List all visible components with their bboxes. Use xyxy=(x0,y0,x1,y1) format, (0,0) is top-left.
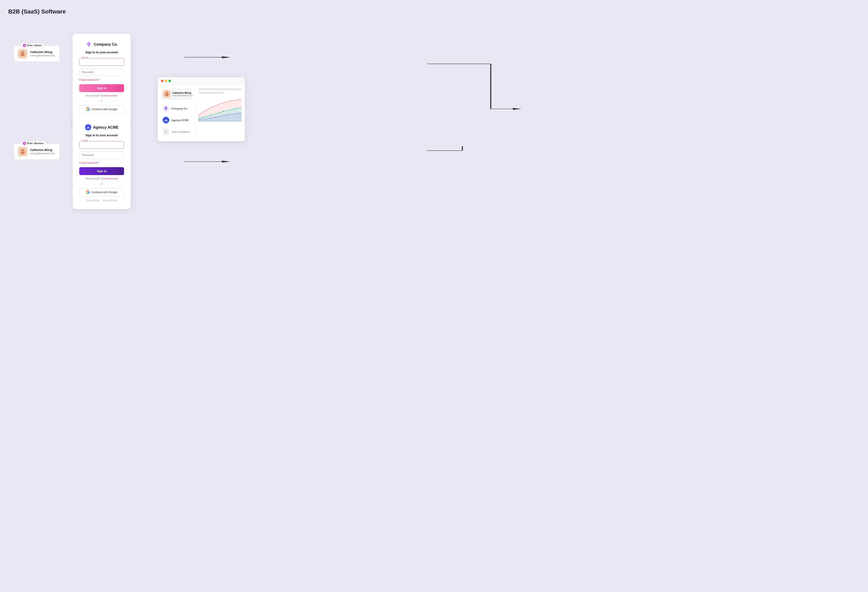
forgot-password-2[interactable]: Forgot password? xyxy=(79,161,124,164)
card-footer-2: Terms of Use Privacy Policy xyxy=(79,199,124,202)
email-group-1: Email xyxy=(79,58,124,66)
role-icon-2: ★ xyxy=(23,142,26,145)
or-text-2: or xyxy=(100,183,103,185)
dash-avatar xyxy=(163,90,171,98)
svg-point-23 xyxy=(162,117,169,123)
dashboard-content: Catherine Wong cwong@business.com xyxy=(158,85,245,141)
dashboard-main xyxy=(195,85,245,141)
forgot-password-1[interactable]: Forgot password? xyxy=(79,78,124,81)
svg-point-21 xyxy=(165,93,168,96)
svg-point-26 xyxy=(235,108,236,109)
google-btn-label-2: Continue with Google xyxy=(92,190,117,194)
svg-point-27 xyxy=(214,117,216,118)
role-badge-2: ★ Role: Member xyxy=(21,141,46,146)
page-title: B2B (SaaS) Software xyxy=(8,8,860,15)
password-group-1 xyxy=(79,68,124,76)
svg-point-11 xyxy=(23,53,24,53)
not-account-1: Not account? Create account xyxy=(79,94,124,97)
sign-in-btn-2[interactable]: Sign in xyxy=(79,167,124,175)
or-text-1: or xyxy=(100,100,103,102)
terms-link-2[interactable]: Terms of Use xyxy=(86,199,100,202)
divider-2: or xyxy=(79,183,124,185)
user-name-1: Catherine Wong xyxy=(30,50,55,54)
email-input-2[interactable] xyxy=(79,141,124,149)
user-name-2: Catherine Wong xyxy=(30,148,55,152)
workspace-name-agency: Agency ACME xyxy=(171,119,189,122)
placeholder-bar-1 xyxy=(198,88,242,90)
dashboard-sidebar: Catherine Wong cwong@business.com xyxy=(158,85,195,141)
email-label-2: Email xyxy=(81,139,89,142)
google-btn-1[interactable]: Continue with Google xyxy=(79,105,124,113)
svg-point-17 xyxy=(23,151,24,151)
user-card-1: ★ Role: Admin Catherine Wong cwong@busin… xyxy=(14,46,60,62)
email-label-1: Email xyxy=(81,56,89,59)
workspace-item-add[interactable]: + Add workspace xyxy=(161,126,192,137)
svg-point-25 xyxy=(223,111,224,112)
divider-1: or xyxy=(79,100,124,102)
dashboard-user-info: Catherine Wong cwong@business.com xyxy=(161,88,192,100)
placeholder-bar-2 xyxy=(198,92,224,94)
svg-point-15 xyxy=(21,149,24,152)
dashboard-window: Catherine Wong cwong@business.com xyxy=(158,77,245,141)
email-group-2: Email xyxy=(79,141,124,149)
login-subtitle-1: Sign in to your account xyxy=(79,51,124,54)
role-badge-1: ★ Role: Admin xyxy=(21,43,44,48)
user-email-2: cwong@business.com xyxy=(30,152,55,155)
workspace-icon-add: + xyxy=(162,128,169,135)
password-group-2 xyxy=(79,151,124,159)
workspace-item-company[interactable]: Company Co. xyxy=(161,103,192,114)
user-info-1: Catherine Wong cwong@business.com xyxy=(30,50,55,57)
google-icon-1 xyxy=(86,107,90,111)
svg-point-16 xyxy=(22,151,22,151)
privacy-link-2[interactable]: Privacy Policy xyxy=(103,199,117,202)
create-account-1[interactable]: Create account xyxy=(101,94,118,97)
window-dot-green[interactable] xyxy=(168,80,171,82)
brand-logo-2: Agency ACME xyxy=(79,124,124,131)
user-avatar-1 xyxy=(18,49,28,59)
svg-point-10 xyxy=(22,53,22,53)
role-label-1: Role: Admin xyxy=(27,44,42,47)
svg-point-24 xyxy=(210,115,211,116)
create-account-2[interactable]: Create account xyxy=(101,177,118,180)
password-input-1[interactable] xyxy=(79,68,124,76)
user-email-1: cwong@business.com xyxy=(30,54,55,57)
window-dot-red[interactable] xyxy=(161,80,164,82)
window-dot-yellow[interactable] xyxy=(165,80,167,82)
svg-point-29 xyxy=(239,112,241,114)
sign-in-btn-1[interactable]: Sign in xyxy=(79,84,124,92)
window-titlebar xyxy=(158,77,245,85)
google-btn-2[interactable]: Continue with Google xyxy=(79,188,124,196)
login-card-1: Company Co. Sign in to your account Emai… xyxy=(72,34,131,126)
login-header-2: Agency ACME Sign in to your account xyxy=(79,124,124,137)
workspace-name-add: Add workspace xyxy=(171,130,190,133)
role-icon-1: ★ xyxy=(23,44,26,47)
google-icon-2 xyxy=(86,190,90,194)
role-label-2: Role: Member xyxy=(27,142,44,145)
login-subtitle-2: Sign in to your account xyxy=(79,134,124,137)
brand-name-1: Company Co. xyxy=(94,42,118,47)
brand-logo-1: Company Co. xyxy=(79,41,124,48)
not-account-2: Not account? Create account xyxy=(79,177,124,180)
user-info-2: Catherine Wong cwong@business.com xyxy=(30,148,55,155)
workspace-icon-agency xyxy=(162,117,169,123)
login-card-2: Agency ACME Sign in to your account Emai… xyxy=(72,117,131,209)
user-card-2: ★ Role: Member Catherine Wong cwong@busi… xyxy=(14,143,60,160)
svg-point-9 xyxy=(21,52,24,55)
user-avatar-2 xyxy=(18,147,28,156)
dash-user-email: cwong@business.com xyxy=(172,94,193,97)
chart-area xyxy=(198,96,242,121)
password-input-2[interactable] xyxy=(79,151,124,159)
svg-point-28 xyxy=(227,114,228,115)
dash-user-name: Catherine Wong xyxy=(172,92,193,94)
brand-icon-1 xyxy=(86,41,92,48)
brand-icon-2 xyxy=(85,124,92,131)
brand-name-2: Agency ACME xyxy=(93,125,118,130)
workspace-icon-company xyxy=(162,105,169,112)
google-btn-label-1: Continue with Google xyxy=(92,108,117,111)
login-header-1: Company Co. Sign in to your account xyxy=(79,41,124,54)
workspace-name-company: Company Co. xyxy=(171,107,188,110)
email-input-1[interactable] xyxy=(79,58,124,66)
dash-user-text: Catherine Wong cwong@business.com xyxy=(172,92,193,97)
workspace-item-agency[interactable]: Agency ACME xyxy=(161,115,192,125)
